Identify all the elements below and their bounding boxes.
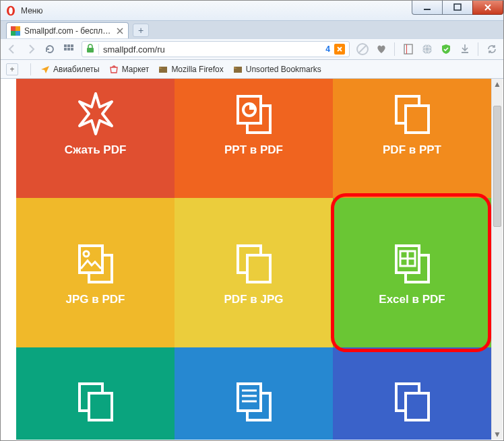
minimize-button[interactable]	[412, 1, 443, 15]
svg-point-19	[422, 44, 432, 54]
lock-icon	[86, 44, 94, 55]
pdf-to-ppt-icon	[388, 90, 437, 138]
tile-label: Excel в PDF	[379, 293, 445, 306]
shield-icon[interactable]	[440, 43, 452, 55]
url-text: smallpdf.com/ru	[103, 44, 321, 55]
addressbar-separator	[98, 44, 99, 55]
svg-rect-4	[11, 26, 15, 31]
svg-rect-29	[80, 246, 102, 273]
svg-rect-39	[89, 393, 112, 420]
close-button[interactable]	[472, 1, 503, 15]
svg-rect-12	[67, 48, 70, 50]
pdf-to-jpg-icon	[230, 239, 278, 287]
compress-icon	[71, 90, 120, 138]
smallpdf-favicon-icon	[11, 26, 20, 36]
noscript-icon[interactable]	[356, 43, 369, 55]
svg-rect-27	[406, 106, 429, 133]
doc-stack-icon	[71, 377, 120, 426]
tool-grid: Сжать PDF PPT в PDF PDF в PPT	[16, 79, 491, 440]
svg-rect-14	[87, 48, 94, 53]
tile-label: Сжать PDF	[65, 143, 127, 157]
bookmark-label: Авиабилеты	[53, 65, 100, 74]
tile-pdf-to-ppt[interactable]: PDF в PPT	[333, 79, 491, 198]
back-button[interactable]	[6, 43, 18, 55]
navigation-toolbar: smallpdf.com/ru 4	[1, 38, 503, 60]
vertical-scrollbar[interactable]: ▲ ▼	[491, 79, 503, 440]
jpg-to-pdf-icon	[71, 239, 120, 287]
svg-rect-5	[15, 26, 20, 31]
tile-pdf-to-jpg[interactable]: PDF в JPG	[175, 198, 333, 347]
globe-icon[interactable]	[421, 43, 433, 55]
bookmark-label: Unsorted Bookmarks	[246, 65, 321, 74]
svg-line-16	[358, 45, 367, 53]
forward-button[interactable]	[25, 43, 37, 55]
svg-rect-11	[64, 48, 67, 50]
svg-rect-22	[462, 52, 468, 53]
svg-rect-41	[238, 384, 261, 411]
address-bar[interactable]: smallpdf.com/ru 4	[82, 41, 350, 57]
notes-icon[interactable]	[402, 43, 414, 55]
bookmark-unsorted[interactable]: Unsorted Bookmarks	[233, 65, 321, 74]
adblock-icon[interactable]	[334, 44, 345, 55]
tile-row3-a[interactable]	[16, 347, 175, 440]
tile-excel-to-pdf[interactable]: Excel в PDF	[333, 198, 491, 347]
bookmark-label: Маркет	[122, 65, 150, 74]
bookmark-aviabilety[interactable]: Авиабилеты	[40, 65, 100, 74]
window-titlebar: Меню	[1, 1, 503, 21]
new-tab-button[interactable]: +	[133, 24, 149, 37]
speed-dial-icon[interactable]	[63, 43, 75, 55]
svg-rect-6	[11, 31, 15, 36]
tab-title: Smallpdf.com - бесплатно	[24, 26, 112, 36]
opera-logo-icon	[5, 5, 17, 17]
doc-lines-icon	[230, 377, 278, 426]
sync-icon[interactable]	[486, 43, 498, 55]
scroll-up-button[interactable]: ▲	[492, 79, 503, 90]
reload-button[interactable]	[44, 43, 56, 55]
svg-rect-2	[424, 9, 431, 10]
tile-row3-c[interactable]	[333, 347, 491, 440]
tile-compress-pdf[interactable]: Сжать PDF	[16, 79, 175, 198]
scrollbar-thumb[interactable]	[493, 106, 501, 227]
tile-ppt-to-pdf[interactable]: PPT в PDF	[175, 79, 333, 198]
tab-strip: Smallpdf.com - бесплатно +	[1, 21, 503, 38]
bookmark-mozilla[interactable]: Mozilla Firefox	[158, 65, 223, 74]
bookmark-label: Mozilla Firefox	[171, 65, 223, 74]
svg-rect-9	[67, 44, 70, 47]
svg-rect-7	[15, 31, 20, 36]
excel-to-pdf-icon	[388, 239, 437, 287]
blocked-count-badge: 4	[325, 44, 330, 54]
svg-rect-18	[406, 44, 407, 54]
svg-rect-8	[64, 44, 67, 47]
tile-jpg-to-pdf[interactable]: JPG в PDF	[16, 198, 175, 347]
menu-button[interactable]: Меню	[21, 6, 42, 15]
tile-label: JPG в PDF	[66, 293, 125, 306]
window-controls	[412, 1, 503, 15]
download-icon[interactable]	[459, 43, 471, 55]
svg-point-1	[9, 7, 13, 14]
svg-rect-32	[247, 255, 270, 282]
tab-close-icon[interactable]	[116, 27, 124, 35]
add-bookmark-button[interactable]: +	[6, 63, 18, 75]
scroll-down-button[interactable]: ▼	[492, 429, 503, 440]
bookmarks-bar: + Авиабилеты Маркет Mozilla Firefox Unso…	[1, 60, 503, 79]
svg-rect-46	[406, 393, 429, 420]
favorite-icon[interactable]	[375, 43, 387, 55]
svg-rect-10	[71, 44, 73, 47]
maximize-button[interactable]	[442, 1, 473, 15]
browser-tab[interactable]: Smallpdf.com - бесплатно	[6, 22, 129, 38]
svg-rect-3	[454, 4, 461, 10]
toolbar-extensions	[356, 42, 498, 56]
page-viewport: Сжать PDF PPT в PDF PDF в PPT	[1, 79, 491, 440]
bookmark-market[interactable]: Маркет	[109, 65, 150, 74]
ppt-to-pdf-icon	[230, 90, 278, 138]
tile-row3-b[interactable]	[175, 347, 333, 440]
tile-label: PDF в JPG	[224, 293, 284, 306]
doc-stack-icon	[388, 377, 437, 426]
extension-divider	[394, 42, 396, 56]
bookmarks-separator	[30, 63, 31, 75]
svg-rect-13	[71, 48, 73, 50]
tile-label: PPT в PDF	[224, 143, 283, 157]
toolbar-separator	[478, 42, 479, 56]
tile-label: PDF в PPT	[383, 143, 441, 157]
svg-rect-17	[404, 44, 412, 54]
